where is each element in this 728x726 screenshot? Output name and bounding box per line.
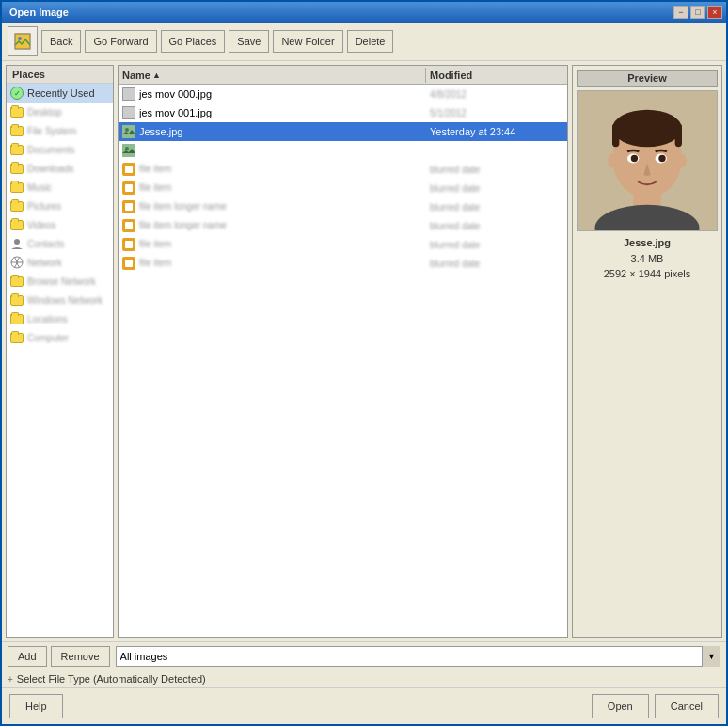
file-list-header: Name ▲ Modified bbox=[119, 66, 567, 85]
sidebar-item-label: Contacts bbox=[27, 239, 64, 249]
remove-button[interactable]: Remove bbox=[51, 646, 110, 667]
file-list-panel: Name ▲ Modified jes mov 000.jpg 4/8/2012 bbox=[118, 65, 568, 638]
preview-header: Preview bbox=[577, 70, 718, 87]
svg-point-3 bbox=[14, 239, 20, 245]
sidebar-item-browse-network[interactable]: Browse Network bbox=[7, 272, 113, 291]
file-modified-cell: blurred date bbox=[426, 218, 567, 233]
app-icon bbox=[122, 219, 135, 232]
file-type-wrapper: All images JPEG PNG GIF BMP TIFF ▼ bbox=[116, 646, 720, 667]
app-icon bbox=[122, 200, 135, 213]
file-modified-cell bbox=[426, 149, 567, 152]
toolbar: Back Go Forward Go Places Save New Folde… bbox=[2, 23, 726, 61]
window-controls: − □ × bbox=[673, 6, 722, 19]
sidebar-item-label: Downloads bbox=[27, 164, 73, 174]
name-column-header[interactable]: Name ▲ bbox=[119, 68, 426, 83]
svg-rect-21 bbox=[125, 260, 133, 267]
file-list-scroll[interactable]: jes mov 000.jpg 4/8/2012 jes mov 001.jpg… bbox=[119, 85, 567, 637]
svg-point-9 bbox=[125, 147, 129, 150]
file-type-expander[interactable]: + Select File Type (Automatically Detect… bbox=[2, 671, 726, 687]
svg-rect-19 bbox=[125, 241, 133, 248]
sidebar-item-filesystem[interactable]: File System bbox=[7, 121, 113, 140]
delete-button[interactable]: Delete bbox=[347, 30, 394, 53]
file-thumbnail bbox=[122, 106, 135, 119]
forward-button[interactable]: Go Forward bbox=[85, 30, 156, 53]
file-modified-cell: 4/8/2012 bbox=[426, 87, 567, 102]
table-row[interactable]: file item blurred date bbox=[119, 235, 567, 254]
table-row[interactable] bbox=[119, 141, 567, 160]
sidebar-item-network[interactable]: Network bbox=[7, 253, 113, 272]
sidebar-item-videos[interactable]: Videos bbox=[7, 215, 113, 234]
add-button[interactable]: Add bbox=[8, 646, 47, 667]
close-button[interactable]: × bbox=[707, 6, 722, 19]
svg-point-7 bbox=[125, 128, 129, 132]
sidebar-item-locations[interactable]: Locations bbox=[7, 309, 113, 328]
sidebar-item-label: Music bbox=[27, 182, 52, 193]
folder-icon bbox=[10, 331, 24, 344]
sidebar-item-documents[interactable]: Documents bbox=[7, 140, 113, 159]
title-bar: Open Image − □ × bbox=[2, 2, 726, 23]
file-name-cell bbox=[119, 142, 426, 159]
file-name-cell: file item bbox=[119, 161, 426, 178]
expander-plus-icon: + bbox=[8, 674, 13, 685]
minimize-button[interactable]: − bbox=[673, 6, 688, 19]
places-header: Places bbox=[7, 66, 113, 84]
file-modified-cell: blurred date bbox=[426, 181, 567, 196]
file-modified-cell: 5/1/2012 bbox=[426, 105, 567, 120]
maximize-button[interactable]: □ bbox=[690, 6, 705, 19]
preview-filesize: 3.4 MB bbox=[577, 251, 718, 267]
preview-panel: Preview bbox=[572, 65, 722, 638]
svg-rect-13 bbox=[125, 184, 133, 192]
svg-point-32 bbox=[658, 155, 665, 162]
table-row[interactable]: file item blurred date bbox=[119, 179, 567, 197]
main-content: Places ✓ Recently Used Desktop File Syst… bbox=[2, 61, 726, 641]
sidebar-item-contacts[interactable]: Contacts bbox=[7, 234, 113, 253]
file-modified-cell: blurred date bbox=[426, 237, 567, 252]
places-button[interactable]: Go Places bbox=[161, 30, 226, 53]
window-title: Open Image bbox=[6, 7, 69, 18]
preview-dimensions: 2592 × 1944 pixels bbox=[577, 266, 718, 282]
table-row[interactable]: Jesse.jpg Yesterday at 23:44 bbox=[119, 122, 567, 141]
folder-icon bbox=[10, 105, 24, 118]
file-type-select[interactable]: All images JPEG PNG GIF BMP TIFF bbox=[116, 646, 720, 667]
back-button[interactable]: Back bbox=[41, 30, 81, 53]
folder-icon bbox=[10, 293, 24, 307]
cancel-button[interactable]: Cancel bbox=[655, 694, 719, 718]
folder-icon bbox=[10, 218, 24, 231]
table-row[interactable]: file item blurred date bbox=[119, 160, 567, 179]
table-row[interactable]: jes mov 000.jpg 4/8/2012 bbox=[119, 85, 567, 103]
preview-filename: Jesse.jpg bbox=[577, 235, 718, 251]
file-modified-cell: Yesterday at 23:44 bbox=[426, 124, 567, 139]
svg-rect-15 bbox=[125, 203, 133, 211]
open-button[interactable]: Open bbox=[592, 694, 649, 718]
file-modified-cell: blurred date bbox=[426, 199, 567, 214]
svg-rect-8 bbox=[122, 144, 135, 157]
modified-column-header[interactable]: Modified bbox=[426, 68, 567, 83]
table-row[interactable]: file item longer name blurred date bbox=[119, 216, 567, 235]
sidebar-item-label: Desktop bbox=[27, 107, 62, 118]
sidebar-item-label: Videos bbox=[27, 220, 55, 230]
app-icon bbox=[122, 163, 135, 176]
table-row[interactable]: file item blurred date bbox=[119, 254, 567, 273]
toolbar-image-icon bbox=[8, 26, 38, 56]
places-panel: Places ✓ Recently Used Desktop File Syst… bbox=[6, 65, 114, 638]
new-folder-button[interactable]: New Folder bbox=[273, 30, 342, 53]
network-icon bbox=[10, 256, 24, 269]
sidebar-item-label: Locations bbox=[27, 314, 68, 324]
help-button[interactable]: Help bbox=[9, 694, 63, 718]
app-icon bbox=[122, 257, 135, 270]
sidebar-item-computer[interactable]: Computer bbox=[7, 328, 113, 347]
sidebar-item-music[interactable]: Music bbox=[7, 178, 113, 197]
table-row[interactable]: file item longer name blurred date bbox=[119, 197, 567, 216]
sidebar-item-label: Computer bbox=[27, 333, 69, 343]
table-row[interactable]: jes mov 001.jpg 5/1/2012 bbox=[119, 103, 567, 122]
sidebar-item-desktop[interactable]: Desktop bbox=[7, 103, 113, 121]
svg-point-31 bbox=[631, 155, 638, 162]
folder-icon bbox=[10, 275, 24, 288]
folder-icon bbox=[10, 181, 24, 194]
sidebar-item-downloads[interactable]: Downloads bbox=[7, 159, 113, 178]
sidebar-item-pictures[interactable]: Pictures bbox=[7, 197, 113, 215]
file-name-cell: jes mov 000.jpg bbox=[119, 86, 426, 103]
sidebar-item-recently-used[interactable]: ✓ Recently Used bbox=[7, 84, 113, 103]
save-button[interactable]: Save bbox=[229, 30, 269, 53]
sidebar-item-windows-network[interactable]: Windows Network bbox=[7, 291, 113, 309]
